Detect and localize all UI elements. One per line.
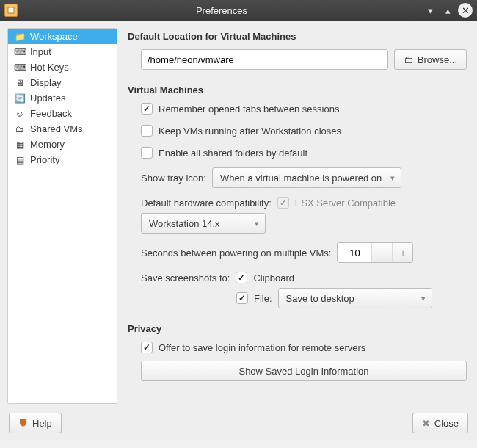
file-checkbox[interactable]: File: xyxy=(236,292,272,304)
keep-vms-running-checkbox[interactable]: Keep VMs running after Workstation close… xyxy=(141,125,341,137)
close-icon: ✖ xyxy=(422,418,430,429)
footer: ⛊ Help ✖ Close xyxy=(0,411,477,441)
enable-shared-label: Enable all shared folders by default xyxy=(159,148,307,159)
checkbox-icon xyxy=(141,147,153,159)
esx-compatible-checkbox: ESX Server Compatible xyxy=(277,197,396,209)
file-label: File: xyxy=(254,293,272,304)
priority-icon: ▤ xyxy=(14,155,26,165)
keep-vms-label: Keep VMs running after Workstation close… xyxy=(159,126,341,137)
file-dest-value: Save to desktop xyxy=(286,293,354,304)
checkbox-icon xyxy=(141,125,153,137)
tray-icon-combo[interactable]: When a virtual machine is powered on xyxy=(212,167,401,188)
help-label: Help xyxy=(32,418,52,429)
offer-save-login-checkbox[interactable]: Offer to save login information for remo… xyxy=(141,342,365,353)
clipboard-label: Clipboard xyxy=(253,272,294,283)
clipboard-checkbox[interactable]: Clipboard xyxy=(236,272,294,283)
sidebar-item-label: Hot Keys xyxy=(30,62,69,73)
offer-save-label: Offer to save login information for remo… xyxy=(159,342,365,353)
section-privacy: Privacy xyxy=(128,323,467,334)
window-min-icon[interactable]: ▾ xyxy=(423,3,437,18)
shared-vms-icon: 🗂 xyxy=(14,124,26,134)
sidebar-item-label: Input xyxy=(30,46,51,57)
display-icon: 🖥 xyxy=(14,78,26,88)
window-title: Preferences xyxy=(23,5,420,16)
sidebar-item-hot-keys[interactable]: ⌨Hot Keys xyxy=(8,59,117,75)
checkbox-icon xyxy=(141,103,153,115)
enable-shared-folders-checkbox[interactable]: Enable all shared folders by default xyxy=(141,147,307,159)
help-button[interactable]: ⛊ Help xyxy=(9,413,62,433)
remember-tabs-checkbox[interactable]: Remember opened tabs between sessions xyxy=(141,103,339,115)
sidebar-item-label: Priority xyxy=(30,154,59,165)
sidebar-item-label: Memory xyxy=(30,139,65,150)
help-icon: ⛊ xyxy=(18,418,28,429)
show-saved-label: Show Saved Login Information xyxy=(238,366,368,377)
sidebar-item-feedback[interactable]: ☺Feedback xyxy=(8,106,117,121)
sidebar: 📁Workspace⌨Input⌨Hot Keys🖥Display🔄Update… xyxy=(7,28,117,404)
seconds-label: Seconds between powering on multiple VMs… xyxy=(141,248,331,259)
sidebar-item-label: Updates xyxy=(30,93,65,104)
compat-label: Default hardware compatibility: xyxy=(141,198,272,209)
sidebar-item-memory[interactable]: ▦Memory xyxy=(8,137,117,152)
browse-button[interactable]: 🗀 Browse... xyxy=(394,49,467,70)
app-icon xyxy=(4,4,18,17)
hotkeys-icon: ⌨ xyxy=(14,62,26,73)
workspace-icon: 📁 xyxy=(14,32,26,42)
sidebar-item-priority[interactable]: ▤Priority xyxy=(8,152,117,167)
seconds-input[interactable] xyxy=(338,243,371,262)
sidebar-item-input[interactable]: ⌨Input xyxy=(8,44,117,59)
input-icon: ⌨ xyxy=(14,47,26,57)
compat-value: Workstation 14.x xyxy=(149,218,220,229)
window-max-icon[interactable]: ▴ xyxy=(440,3,455,18)
sidebar-item-label: Display xyxy=(30,77,62,88)
sidebar-item-display[interactable]: 🖥Display xyxy=(8,75,117,90)
checkbox-icon xyxy=(277,197,289,209)
browse-label: Browse... xyxy=(418,54,457,65)
sidebar-item-workspace[interactable]: 📁Workspace xyxy=(8,29,117,44)
tray-icon-label: Show tray icon: xyxy=(141,173,206,184)
window-close-icon[interactable]: ✕ xyxy=(458,3,473,18)
checkbox-icon xyxy=(236,272,247,283)
tray-icon-value: When a virtual machine is powered on xyxy=(220,173,382,184)
file-dest-combo[interactable]: Save to desktop xyxy=(278,288,432,308)
sidebar-item-label: Feedback xyxy=(30,108,72,119)
sidebar-item-shared-vms[interactable]: 🗂Shared VMs xyxy=(8,121,117,137)
show-saved-login-button[interactable]: Show Saved Login Information xyxy=(141,361,467,381)
esx-label: ESX Server Compatible xyxy=(295,198,396,209)
feedback-icon: ☺ xyxy=(14,109,26,119)
sidebar-item-label: Shared VMs xyxy=(30,123,83,134)
screenshots-label: Save screenshots to: xyxy=(141,272,230,283)
svg-rect-0 xyxy=(8,7,14,13)
updates-icon: 🔄 xyxy=(14,93,26,104)
close-label: Close xyxy=(434,418,459,429)
remember-tabs-label: Remember opened tabs between sessions xyxy=(159,104,339,115)
seconds-spinner[interactable]: − + xyxy=(337,242,413,263)
section-virtual-machines: Virtual Machines xyxy=(128,84,467,95)
compat-combo[interactable]: Workstation 14.x xyxy=(141,213,266,234)
titlebar: Preferences ▾ ▴ ✕ xyxy=(0,0,477,21)
checkbox-icon xyxy=(141,342,153,353)
folder-icon: 🗀 xyxy=(404,54,413,65)
memory-icon: ▦ xyxy=(14,140,26,150)
checkbox-icon xyxy=(236,292,248,304)
section-default-location: Default Location for Virtual Machines xyxy=(128,31,467,42)
sidebar-item-label: Workspace xyxy=(30,31,78,42)
sidebar-item-updates[interactable]: 🔄Updates xyxy=(8,90,117,106)
close-button[interactable]: ✖ Close xyxy=(412,413,468,433)
workspace-panel: Default Location for Virtual Machines 🗀 … xyxy=(128,28,470,404)
window-body: 📁Workspace⌨Input⌨Hot Keys🖥Display🔄Update… xyxy=(0,21,477,411)
seconds-increment[interactable]: + xyxy=(392,243,412,262)
default-location-input[interactable] xyxy=(141,49,388,70)
seconds-decrement[interactable]: − xyxy=(371,243,392,262)
